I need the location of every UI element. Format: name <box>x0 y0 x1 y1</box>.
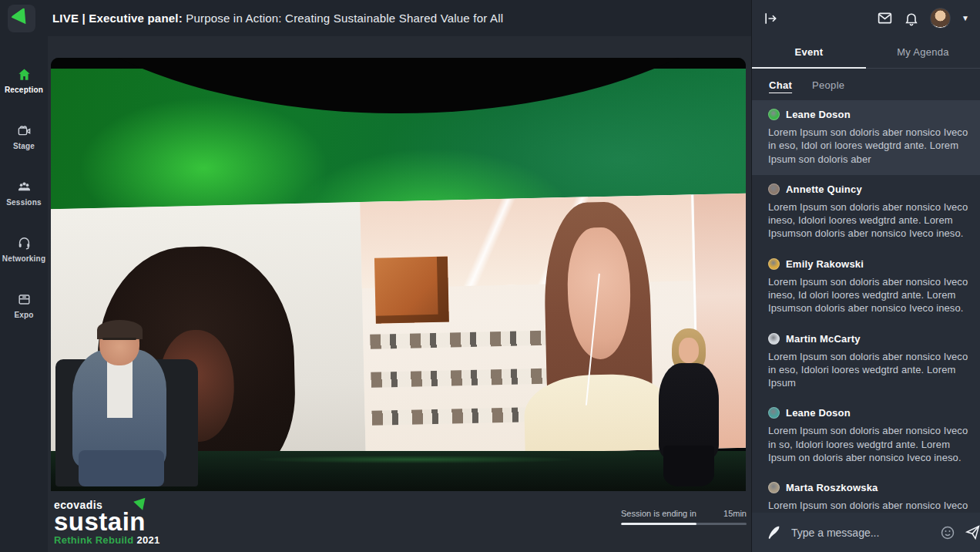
left-sidebar: Reception Stage Sessions Networking Expo <box>0 36 48 552</box>
chat-message[interactable]: Leane Doson Lorem Ipsum son doloris aber… <box>752 399 980 473</box>
chat-text: Lorem Ipsum son doloris aber nonsico Ive… <box>768 499 969 513</box>
chat-message[interactable]: Martin McCarty Lorem Ipsum son doloris a… <box>752 325 980 399</box>
user-avatar[interactable] <box>930 8 951 29</box>
speaker-body <box>659 363 718 458</box>
office-shelf <box>374 256 448 324</box>
chat-text: Lorem Ipsum son doloris aber nonsico Ive… <box>768 275 969 315</box>
main-content: ecovadis sustain Rethink Rebuild 2021 Se… <box>48 36 751 552</box>
sidebar-item-stage[interactable]: Stage <box>0 123 48 150</box>
sidebar-item-sessions[interactable]: Sessions <box>0 180 48 207</box>
message-input[interactable] <box>791 527 931 539</box>
chat-author: Martin McCarty <box>786 333 861 345</box>
tab-my-agenda[interactable]: My Agenda <box>866 36 980 68</box>
chat-author: Emily Rakowski <box>786 258 864 270</box>
chat-message[interactable]: Annette Quincy Lorem Ipsum son doloris a… <box>752 175 980 250</box>
speaker-hair <box>97 320 143 339</box>
session-time-left: 15min <box>723 509 747 518</box>
subtab-people[interactable]: People <box>812 79 844 91</box>
video-camera-icon <box>17 123 32 138</box>
speaker-glasses <box>102 338 136 340</box>
chat-author: Marta Roszkowska <box>786 482 878 493</box>
speaker-legs <box>79 450 164 486</box>
participant-body <box>523 373 670 463</box>
right-panel: ▼ Event My Agenda Chat People Leane Doso… <box>751 0 980 552</box>
stage-footer: ecovadis sustain Rethink Rebuild 2021 Se… <box>51 492 747 552</box>
subtab-chat[interactable]: Chat <box>769 79 792 91</box>
speaker-skirt <box>663 446 714 486</box>
people-icon <box>17 180 32 194</box>
chat-text: Lorem Ipsum son doloris aber nonsico Ive… <box>768 200 969 241</box>
seated-speaker <box>55 323 198 486</box>
top-header: LIVE | Executive panel: Purpose in Actio… <box>0 0 751 36</box>
chat-text: Lorem Ipsum son doloris aber nonsico Ive… <box>768 350 969 390</box>
session-title: LIVE | Executive panel: Purpose in Actio… <box>52 12 503 25</box>
standing-speaker <box>653 328 724 486</box>
session-progress-bar <box>621 523 747 525</box>
chat-author: Leane Doson <box>786 109 851 120</box>
chat-message[interactable]: Leane Doson Lorem Ipsum son doloris aber… <box>752 100 980 175</box>
chat-message[interactable]: Emily Rakowski Lorem Ipsum son doloris a… <box>752 250 980 325</box>
stage-video[interactable] <box>51 58 746 491</box>
headset-icon <box>17 236 32 251</box>
logo-tagline-text: Rethink Rebuild <box>54 534 133 546</box>
ecovadis-sustain-logo: ecovadis sustain Rethink Rebuild 2021 <box>54 500 160 545</box>
chat-avatar <box>768 407 780 419</box>
logo-tagline: Rethink Rebuild 2021 <box>54 535 160 545</box>
app-root: LIVE | Executive panel: Purpose in Actio… <box>0 0 980 552</box>
mail-icon[interactable] <box>877 10 893 26</box>
sidebar-item-reception[interactable]: Reception <box>0 67 48 94</box>
booth-icon <box>17 292 32 307</box>
sidebar-item-label: Networking <box>2 254 45 263</box>
session-ending-label: Session is ending in <box>621 509 696 518</box>
sidebar-item-label: Expo <box>14 311 33 319</box>
chat-author: Leane Doson <box>786 407 851 419</box>
logo-word: sustain <box>54 509 160 534</box>
tab-event[interactable]: Event <box>752 36 866 68</box>
quill-pen-icon <box>766 524 782 540</box>
sidebar-item-expo[interactable]: Expo <box>0 292 48 319</box>
event-brand-logo[interactable] <box>8 5 35 32</box>
bookshelf-row <box>371 368 563 387</box>
sidebar-item-label: Sessions <box>6 198 42 207</box>
sidebar-item-label: Stage <box>13 142 35 150</box>
sidebar-item-networking[interactable]: Networking <box>0 236 48 263</box>
speaker-head <box>679 338 699 363</box>
green-triangle-icon <box>11 7 33 29</box>
home-icon <box>17 67 32 82</box>
sidebar-item-label: Reception <box>5 86 43 94</box>
title-text: Purpose in Action: Creating Sustainable … <box>183 12 503 25</box>
chat-avatar <box>768 109 780 120</box>
bookshelf-row <box>370 330 562 349</box>
video-call-right-participant <box>361 194 697 456</box>
chat-avatar <box>768 183 780 195</box>
chat-avatar <box>768 333 780 345</box>
panel-subtabs: Chat People <box>752 69 980 100</box>
panel-toolbar: ▼ <box>752 0 980 36</box>
bell-icon[interactable] <box>904 11 919 26</box>
chat-message[interactable]: Marta Roszkowska Lorem Ipsum son doloris… <box>752 473 980 513</box>
chat-author: Annette Quincy <box>786 183 862 195</box>
session-countdown: Session is ending in 15min <box>621 509 747 525</box>
chat-text: Lorem Ipsum son doloris aber nonsico Ive… <box>768 424 969 464</box>
panel-tabs: Event My Agenda <box>752 36 980 69</box>
emoji-icon[interactable] <box>940 525 955 540</box>
collapse-panel-icon[interactable] <box>763 11 778 26</box>
chat-message-list[interactable]: Leane Doson Lorem Ipsum son doloris aber… <box>752 100 980 513</box>
send-icon[interactable] <box>965 524 980 540</box>
session-progress-fill <box>621 523 696 525</box>
chat-text: Lorem Ipsum son doloris aber nonsico Ive… <box>768 126 969 166</box>
chevron-down-icon[interactable]: ▼ <box>962 14 969 22</box>
message-composer <box>752 513 980 552</box>
live-label: LIVE | Executive panel: <box>52 12 183 25</box>
logo-year: 2021 <box>136 534 159 546</box>
chat-avatar <box>768 482 780 493</box>
chat-avatar <box>768 258 780 270</box>
